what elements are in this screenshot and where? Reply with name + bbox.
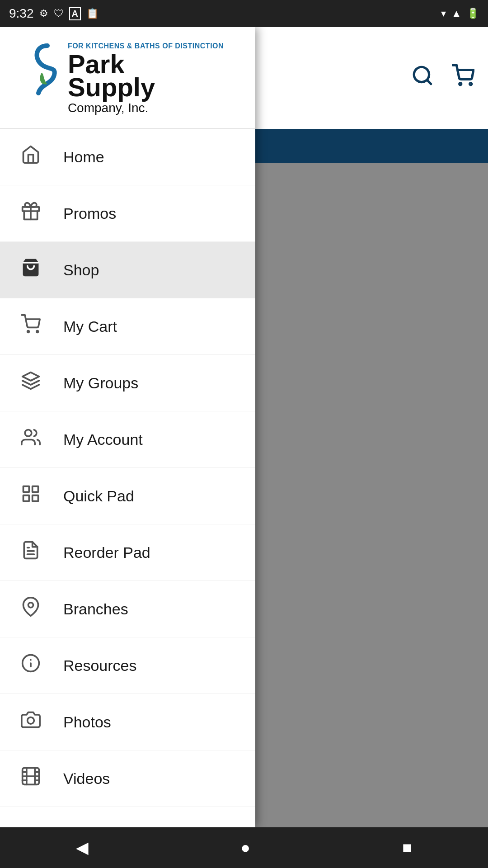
status-left: 9:32 ⚙ 🛡 A 📋 [9,6,99,21]
svg-point-2 [460,83,461,85]
settings-icon: ⚙ [39,8,48,19]
battery-icon: 🔋 [467,8,479,19]
svg-point-21 [27,717,34,724]
sidebar-item-label-reorder-pad: Reorder Pad [63,544,150,561]
sidebar-item-label-quick-pad: Quick Pad [63,487,134,505]
sidebar-item-my-groups[interactable]: My Groups [0,355,255,411]
status-bar: 9:32 ⚙ 🛡 A 📋 ▾ ▲ 🔋 [0,0,488,27]
a-icon: A [69,7,81,20]
sidebar-item-label-photos: Photos [63,713,111,731]
layers-icon [16,371,45,395]
svg-point-8 [36,331,38,333]
camera-icon [16,710,45,734]
sidebar-item-label-videos: Videos [63,770,110,788]
sidebar-item-label-home: Home [63,148,104,166]
sidebar-item-label-resources: Resources [63,657,137,675]
gift-icon [16,201,45,226]
file-icon [16,540,45,565]
clipboard-icon: 📋 [86,8,99,19]
cart-icon[interactable] [452,64,474,92]
sidebar-item-my-account[interactable]: My Account [0,411,255,468]
users-icon [16,427,45,452]
film-icon [16,766,45,791]
sidebar-item-label-promos: Promos [63,205,116,222]
sidebar-item-promos[interactable]: Promos [0,185,255,242]
logo-line3: Company, Inc. [68,101,224,114]
drawer: FOR KITCHENS & BATHS OF DISTINCTION Park… [0,27,255,827]
sidebar-item-shop[interactable]: Shop [0,242,255,298]
status-time: 9:32 [9,6,34,21]
sidebar-item-label-my-cart: My Cart [63,318,117,335]
svg-rect-12 [32,486,38,492]
logo-text-block: FOR KITCHENS & BATHS OF DISTINCTION Park… [68,41,224,114]
menu-list: Home Promos [0,129,255,827]
blue-bar [249,129,488,163]
sidebar-item-quick-pad[interactable]: Quick Pad [0,468,255,524]
logo-line2: Supply [68,74,224,101]
grid-icon [16,484,45,508]
svg-marker-9 [22,373,39,381]
svg-line-1 [427,80,431,84]
status-right: ▾ ▲ 🔋 [441,8,479,19]
shield-icon: 🛡 [54,8,64,19]
logo-swirl-svg [32,41,63,100]
sidebar-item-reorder-pad[interactable]: Reorder Pad [0,524,255,581]
sidebar-item-photos[interactable]: Photos [0,694,255,750]
sidebar-item-branches[interactable]: Branches [0,581,255,637]
app-header [249,27,488,129]
sidebar-item-my-cart[interactable]: My Cart [0,298,255,355]
bag-icon [16,258,45,282]
search-icon[interactable] [411,64,434,92]
nav-bar: ◀ ● ■ [0,827,488,868]
drawer-logo: FOR KITCHENS & BATHS OF DISTINCTION Park… [0,27,255,129]
home-icon [16,145,45,169]
cart-menu-icon [16,314,45,339]
back-button[interactable]: ◀ [76,838,89,857]
sidebar-item-label-shop: Shop [63,261,99,279]
sidebar-item-label-my-groups: My Groups [63,374,138,392]
sidebar-item-home[interactable]: Home [0,129,255,185]
sidebar-item-videos[interactable]: Videos [0,750,255,807]
recents-button[interactable]: ■ [402,838,412,857]
svg-point-7 [27,331,29,333]
svg-rect-11 [23,486,29,492]
wifi-icon: ▾ [441,8,446,19]
signal-icon: ▲ [451,8,461,19]
svg-point-3 [470,83,472,85]
svg-rect-14 [32,495,38,501]
logo-mark: FOR KITCHENS & BATHS OF DISTINCTION Park… [32,41,224,114]
svg-point-17 [28,603,33,608]
sidebar-item-label-my-account: My Account [63,431,143,448]
svg-point-10 [25,430,32,437]
sidebar-item-label-branches: Branches [63,600,128,618]
home-button[interactable]: ● [240,838,250,857]
sidebar-item-resources[interactable]: Resources [0,637,255,694]
location-icon [16,597,45,621]
info-icon [16,653,45,678]
svg-rect-13 [23,495,29,501]
